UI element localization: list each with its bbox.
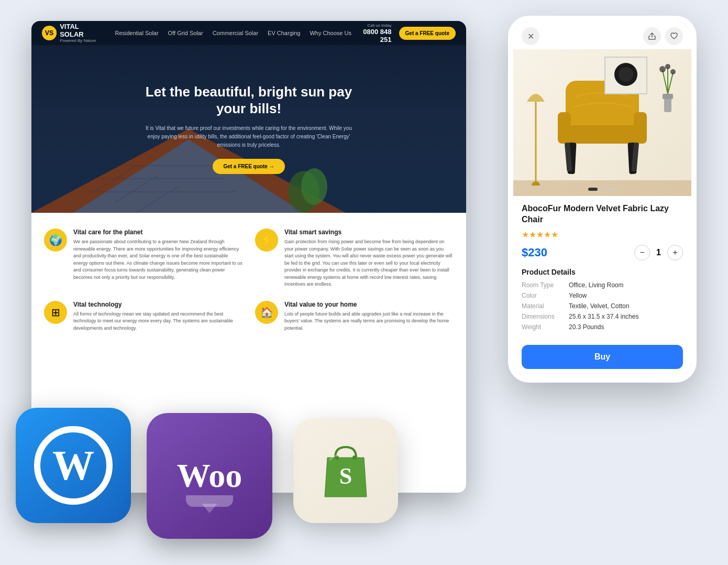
feature-title-planet: Vital care for the planet	[73, 229, 242, 236]
nav-link-commercial[interactable]: Commercial Solar	[213, 30, 258, 36]
nav-call: Call us today 0800 848 251	[362, 23, 392, 44]
nav-link-offgrid[interactable]: Off Grid Solar	[168, 30, 203, 36]
feature-title-savings: Vital smart savings	[284, 229, 454, 236]
detail-row-dimensions: Dimensions 25.6 x 31.5 x 37.4 inches	[522, 313, 683, 320]
svg-point-34	[670, 69, 676, 74]
features-section: 🌍 Vital care for the planet We are passi…	[31, 213, 466, 347]
woo-text: Woo	[177, 457, 242, 495]
detail-label-weight: Weight	[522, 323, 569, 331]
shopify-bag-svg: S	[317, 439, 374, 502]
nav-link-ev[interactable]: EV Charging	[268, 30, 300, 36]
svg-point-37	[619, 67, 633, 82]
detail-row-color: Color Yellow	[522, 292, 683, 299]
svg-point-32	[659, 66, 666, 72]
feature-desc-value: Lots of people future builds and able up…	[284, 311, 454, 332]
phone-mockup: ✕	[508, 16, 697, 383]
detail-label-color: Color	[522, 292, 569, 299]
nav-link-residential[interactable]: Residential Solar	[115, 30, 158, 36]
woo-bubble-tail	[199, 504, 220, 514]
lamp-svg	[522, 81, 550, 186]
svg-marker-12	[202, 504, 217, 513]
feature-text-value: Vital value to your home Lots of people …	[284, 301, 454, 332]
svg-text:S: S	[339, 463, 352, 489]
flowers-svg	[655, 60, 681, 117]
hero-cta-button[interactable]: Get a FREE quote →	[213, 159, 284, 174]
feature-icon-savings: ⚡	[255, 229, 278, 252]
feature-title-tech: Vital technology	[73, 301, 242, 308]
wordpress-letter: W	[52, 444, 94, 486]
detail-label-dimensions: Dimensions	[522, 313, 569, 320]
nav-links: Residential Solar Off Grid Solar Commerc…	[115, 30, 351, 36]
detail-label-room: Room Type	[522, 281, 569, 289]
shopify-app-icon[interactable]: S	[293, 418, 398, 523]
quantity-minus-button[interactable]: −	[634, 245, 650, 260]
feature-text-tech: Vital technology All forms of technology…	[73, 301, 242, 332]
image-dot-indicators	[588, 188, 616, 191]
feature-item-planet: 🌍 Vital care for the planet We are passi…	[44, 229, 242, 288]
product-info: AbocoFur Modern Velvet Fabric Lazy Chair…	[513, 196, 691, 338]
detail-value-dimensions: 25.6 x 31.5 x 37.4 inches	[569, 313, 638, 320]
dot-4[interactable]	[613, 188, 616, 191]
svg-rect-21	[558, 112, 571, 144]
phone-top-bar: ✕	[513, 21, 691, 49]
dot-2[interactable]	[601, 188, 604, 191]
feature-item-value: 🏠 Vital value to your home Lots of peopl…	[255, 301, 454, 332]
nav-right: Call us today 0800 848 251 Get a FREE qu…	[362, 23, 456, 44]
product-price: $230	[522, 246, 547, 259]
feature-icon-tech: ⊞	[44, 301, 67, 324]
product-details-title: Product Details	[522, 268, 683, 276]
wall-art-svg	[602, 55, 649, 96]
detail-row-material: Material Textile, Velvet, Cotton	[522, 302, 683, 310]
svg-line-31	[668, 73, 673, 94]
feature-desc-tech: All forms of technology mean we stay upd…	[73, 311, 242, 332]
product-price-row: $230 − 1 +	[522, 245, 683, 260]
svg-rect-28	[663, 94, 673, 99]
feature-icon-value: 🏠	[255, 301, 278, 324]
product-image-container	[513, 49, 691, 196]
dot-1[interactable]	[588, 188, 598, 191]
phone-share-button[interactable]	[643, 27, 661, 45]
svg-rect-20	[560, 125, 644, 144]
nav-bar: VS VITAL SOLAR Powered By Nature Residen…	[31, 21, 466, 45]
feature-desc-planet: We are passionate about contributing to …	[73, 238, 242, 281]
phone-close-button[interactable]: ✕	[522, 27, 539, 45]
hero-content: Let the beautiful, bright sun pay your b…	[139, 84, 359, 173]
feature-item-tech: ⊞ Vital technology All forms of technolo…	[44, 301, 242, 332]
svg-point-33	[665, 64, 670, 69]
nav-cta-button[interactable]: Get a FREE quote	[399, 27, 456, 40]
svg-line-29	[663, 70, 668, 94]
feature-item-savings: ⚡ Vital smart savings Gain protection fr…	[255, 229, 454, 288]
phone-action-buttons	[643, 27, 683, 45]
buy-button[interactable]: Buy	[522, 345, 683, 369]
feature-text-savings: Vital smart savings Gain protection from…	[284, 229, 454, 288]
heart-icon	[670, 32, 678, 40]
detail-value-weight: 20.3 Pounds	[569, 323, 604, 331]
feature-text-planet: Vital care for the planet We are passion…	[73, 229, 242, 288]
wordpress-circle: W	[34, 426, 113, 505]
phone-favorite-button[interactable]	[665, 27, 683, 45]
hero-description: It is Vital that we future proof our inv…	[139, 124, 359, 149]
detail-value-color: Yellow	[569, 292, 587, 299]
product-name: AbocoFur Modern Velvet Fabric Lazy Chair	[522, 203, 683, 225]
nav-link-why[interactable]: Why Choose Us	[310, 30, 351, 36]
svg-point-14	[352, 455, 357, 460]
hero-title: Let the beautiful, bright sun pay your b…	[139, 84, 359, 116]
feature-icon-planet: 🌍	[44, 229, 67, 252]
dot-3[interactable]	[607, 188, 610, 191]
quantity-control: − 1 +	[634, 245, 683, 260]
svg-rect-22	[634, 112, 647, 144]
svg-point-18	[532, 181, 540, 186]
product-stars: ★★★★★	[522, 230, 683, 240]
detail-value-room: Office, Living Room	[569, 281, 624, 289]
feature-desc-savings: Gain protection from rising power and be…	[284, 238, 454, 288]
feature-title-value: Vital value to your home	[284, 301, 454, 308]
detail-label-material: Material	[522, 302, 569, 310]
detail-row-room: Room Type Office, Living Room	[522, 281, 683, 289]
svg-text:VS: VS	[45, 29, 53, 37]
wordpress-app-icon[interactable]: W	[16, 408, 131, 523]
share-icon	[648, 32, 656, 40]
nav-logo-text: VITAL SOLAR Powered By Nature	[60, 23, 99, 43]
woocommerce-app-icon[interactable]: Woo	[147, 413, 272, 539]
quantity-plus-button[interactable]: +	[667, 245, 683, 260]
hero-section: Let the beautiful, bright sun pay your b…	[31, 45, 466, 213]
